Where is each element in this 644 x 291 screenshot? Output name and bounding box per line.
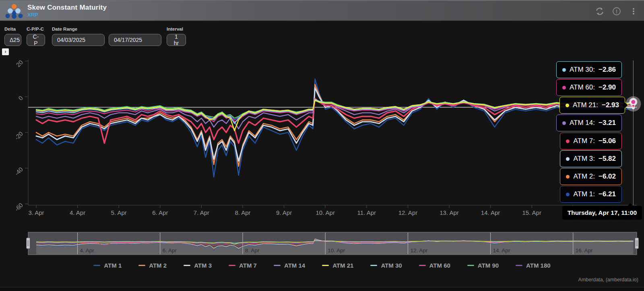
legend-label: ATM 30 <box>381 262 402 269</box>
navigator-tick-label: 14. Apr <box>493 247 510 254</box>
x-tick-label: 5. Apr <box>111 209 127 216</box>
legend-dash-icon <box>138 265 145 266</box>
y-tick-label: -20 <box>13 130 24 141</box>
x-tick-label: 12. Apr <box>398 209 418 216</box>
legend-label: ATM 14 <box>284 262 305 269</box>
legend-item-atm-90[interactable]: ATM 90 <box>467 262 499 269</box>
series-line-atm-21 <box>36 100 633 131</box>
legend-dash-icon <box>274 265 281 266</box>
legend-label: ATM 180 <box>526 262 551 269</box>
x-tick-label: 15. Apr <box>522 209 541 216</box>
x-tick-label: 8. Apr <box>235 209 250 216</box>
legend-item-atm-3[interactable]: ATM 3 <box>184 262 212 269</box>
axes: 200-20-40-603. Apr4. Apr5. Apr6. Apr7. A… <box>13 59 637 216</box>
tooltip-atm-14: ATM 14: −3.21 <box>556 114 622 131</box>
legend-label: ATM 1 <box>104 262 122 269</box>
legend-dash-icon <box>93 265 100 266</box>
legend-dash-icon <box>184 265 190 266</box>
legend-label: ATM 7 <box>239 262 257 269</box>
tooltip-atm-21: ATM 21: −2.93 <box>559 97 625 114</box>
navigator-tick-label: 8. Apr <box>245 247 260 254</box>
legend-dash-icon <box>467 265 474 266</box>
legend-dash-icon <box>370 265 377 266</box>
series-dot-icon <box>566 193 570 196</box>
series-group <box>36 79 633 177</box>
legend-item-atm-60[interactable]: ATM 60 <box>419 262 450 269</box>
tooltip-atm-60: ATM 60: −2.90 <box>556 79 622 96</box>
legend-item-atm-21[interactable]: ATM 21 <box>322 262 353 269</box>
skew-constant-maturity-widget: Skew Constant Maturity XRP ! <box>0 0 644 291</box>
skew-chart[interactable]: 200-20-40-603. Apr4. Apr5. Apr6. Apr7. A… <box>0 0 644 291</box>
legend-label: ATM 3 <box>194 262 212 269</box>
legend-dash-icon <box>322 265 329 266</box>
navigator-tick-label: 10. Apr <box>328 247 345 254</box>
tooltip-date: Thursday, Apr 17, 11:00 <box>562 206 642 220</box>
tooltip-atm-2: ATM 2: −6.02 <box>560 168 622 185</box>
legend-item-atm-180[interactable]: ATM 180 <box>516 262 551 269</box>
x-tick-label: 6. Apr <box>152 209 168 216</box>
chart-legend: ATM 1ATM 2ATM 3ATM 7ATM 14ATM 21ATM 30AT… <box>0 262 644 269</box>
legend-item-atm-7[interactable]: ATM 7 <box>229 262 257 269</box>
legend-dash-icon <box>419 265 426 266</box>
x-tick-label: 10. Apr <box>316 209 335 216</box>
series-dot-icon <box>566 104 569 107</box>
x-tick-label: 3. Apr <box>28 209 44 216</box>
legend-dash-icon <box>229 265 235 266</box>
y-tick-label: 20 <box>14 59 24 69</box>
legend-label: ATM 90 <box>478 262 499 269</box>
legend-item-atm-1[interactable]: ATM 1 <box>93 262 122 269</box>
navigator-tick-label: 16. Apr <box>576 247 593 254</box>
navigator[interactable]: 4. Apr6. Apr8. Apr10. Apr12. Apr14. Apr1… <box>27 232 639 255</box>
series-line-atm-2 <box>36 84 633 166</box>
series-dot-icon <box>562 121 566 125</box>
navigator-handle-right[interactable] <box>635 238 639 249</box>
series-line-atm-1 <box>36 79 633 177</box>
legend-dash-icon <box>516 265 522 266</box>
legend-item-atm-30[interactable]: ATM 30 <box>370 262 402 269</box>
credit-text: Amberdata, (amberdata.io) <box>578 277 638 283</box>
navigator-tick-label: 6. Apr <box>163 247 177 254</box>
y-tick-label: -60 <box>13 202 24 212</box>
x-tick-label: 4. Apr <box>70 209 85 216</box>
x-tick-label: 13. Apr <box>440 209 459 216</box>
tooltip-atm-3: ATM 3: −5.82 <box>560 150 622 167</box>
series-dot-icon <box>562 68 566 72</box>
hover-marker <box>625 96 641 112</box>
series-dot-icon <box>562 86 566 89</box>
navigator-handle-left[interactable] <box>27 238 30 249</box>
series-dot-icon <box>566 175 570 179</box>
series-dot-icon <box>566 157 570 161</box>
tooltip-atm-30: ATM 30: −2.86 <box>556 61 622 78</box>
x-tick-label: 9. Apr <box>276 209 292 216</box>
y-tick-label: 0 <box>17 94 24 102</box>
tooltip-atm-7: ATM 7: −5.06 <box>560 133 622 150</box>
series-dot-icon <box>566 139 570 143</box>
x-tick-label: 14. Apr <box>481 209 500 216</box>
x-tick-label: 11. Apr <box>357 209 376 216</box>
navigator-tick-label: 4. Apr <box>80 247 95 254</box>
x-tick-label: 7. Apr <box>194 209 209 216</box>
legend-label: ATM 2 <box>149 262 167 269</box>
series-line-atm-3 <box>36 88 633 161</box>
y-tick-label: -40 <box>13 166 24 177</box>
legend-label: ATM 60 <box>429 262 450 269</box>
legend-item-atm-2[interactable]: ATM 2 <box>138 262 167 269</box>
legend-item-atm-14[interactable]: ATM 14 <box>274 262 305 269</box>
navigator-tick-label: 12. Apr <box>410 247 427 254</box>
tooltip-atm-1: ATM 1: −6.21 <box>560 186 622 203</box>
legend-label: ATM 21 <box>332 262 353 269</box>
